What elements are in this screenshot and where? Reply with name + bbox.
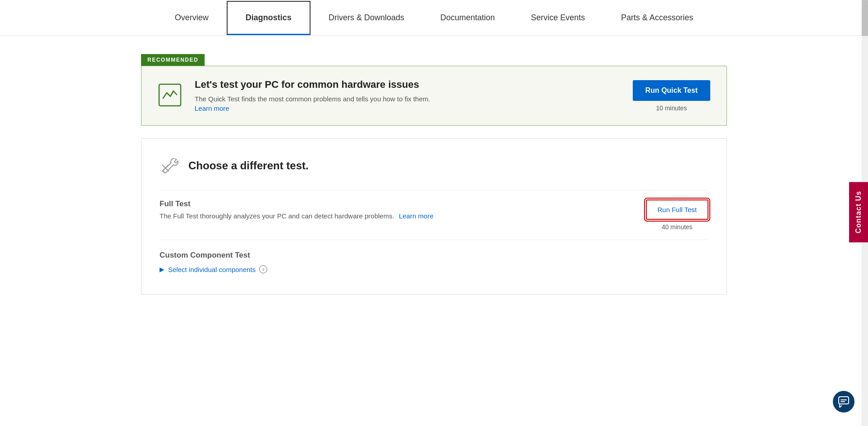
choose-test-title: Choose a different test. [188,159,309,172]
quick-test-title: Let's test your PC for common hardware i… [195,79,620,91]
nav-drivers[interactable]: Drivers & Downloads [311,0,422,36]
recommended-section: RECOMMENDED Let's test your PC for commo… [141,54,727,126]
contact-us-button[interactable]: Contact Us [849,182,868,242]
quick-test-desc: The Quick Test finds the most common pro… [195,95,620,103]
quick-test-card: Let's test your PC for common hardware i… [141,66,727,126]
run-full-test-button[interactable]: Run Full Test [646,199,708,220]
svg-rect-0 [159,84,181,106]
full-test-desc: The Full Test thoroughly analyzes your P… [160,212,637,220]
choose-test-card: Choose a different test. Full Test The F… [141,138,727,295]
contact-us-sidebar: Contact Us [849,182,868,244]
full-test-title: Full Test [160,199,637,208]
nav-overview[interactable]: Overview [157,0,227,36]
quick-test-learn-more[interactable]: Learn more [195,104,229,112]
quick-test-time: 10 minutes [656,104,687,112]
svg-rect-4 [839,397,849,404]
chat-button[interactable] [833,391,854,412]
custom-test-title: Custom Component Test [160,251,708,260]
full-test-option: Full Test The Full Test thoroughly analy… [160,190,708,240]
chevron-right-icon: ▶ [160,266,164,273]
nav-parts[interactable]: Parts & Accessories [603,0,711,36]
full-test-time: 40 minutes [662,223,692,231]
quick-test-info: Let's test your PC for common hardware i… [195,79,620,113]
quick-test-icon [158,83,182,109]
navigation: Overview Diagnostics Drivers & Downloads… [0,0,868,36]
nav-documentation[interactable]: Documentation [422,0,513,36]
full-test-learn-more[interactable]: Learn more [399,212,434,220]
full-test-action: Run Full Test 40 minutes [646,199,708,231]
select-components-row: ▶ Select individual components i [160,265,708,273]
run-quick-test-button[interactable]: Run Quick Test [633,80,710,101]
nav-diagnostics[interactable]: Diagnostics [227,1,311,35]
info-icon[interactable]: i [259,265,267,273]
choose-title-row: Choose a different test. [160,155,708,177]
select-components-link[interactable]: Select individual components [168,266,256,273]
nav-service-events[interactable]: Service Events [513,0,603,36]
quick-test-action: Run Quick Test 10 minutes [633,80,710,112]
main-content: RECOMMENDED Let's test your PC for commo… [105,36,763,313]
custom-test-section: Custom Component Test ▶ Select individua… [160,240,708,278]
recommended-badge: RECOMMENDED [141,54,205,66]
chat-icon [838,396,850,408]
wrench-icon [160,155,179,177]
svg-line-1 [163,171,165,173]
scrollbar-thumb[interactable] [862,0,868,36]
